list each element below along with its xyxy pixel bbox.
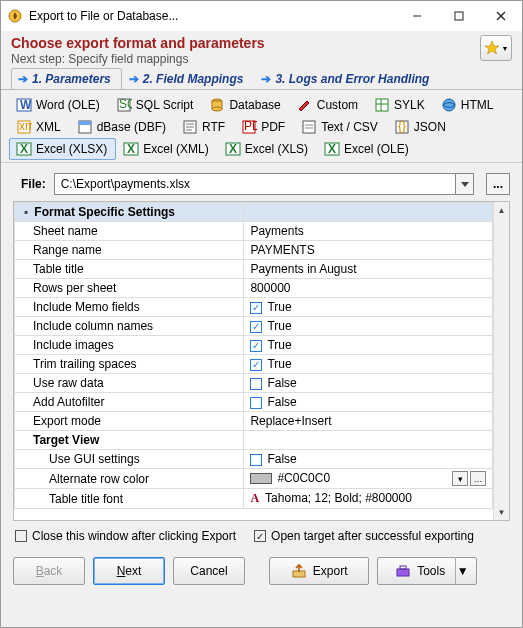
excel-icon: X: [225, 141, 241, 157]
file-row: File: ...: [1, 163, 522, 201]
close-after-export-checkbox[interactable]: Close this window after clicking Export: [15, 529, 236, 543]
format-selector: WWord (OLE) SQLSQL Script Database Custo…: [1, 90, 522, 163]
tab-label: 3. Logs and Error Handling: [275, 72, 429, 86]
prop-value[interactable]: ✓True: [244, 317, 493, 336]
row-include-columns[interactable]: Include column names✓True: [15, 317, 493, 336]
format-xlsx[interactable]: XExcel (XLSX): [9, 138, 116, 160]
tab-field-mappings[interactable]: ➔2. Field Mappings: [122, 68, 255, 89]
checkbox-icon[interactable]: ✓: [250, 321, 262, 333]
browse-button[interactable]: ...: [486, 173, 510, 195]
cancel-button[interactable]: Cancel: [173, 557, 245, 585]
format-custom[interactable]: Custom: [290, 94, 367, 116]
next-button[interactable]: Next: [93, 557, 165, 585]
prop-value[interactable]: Replace+Insert: [244, 412, 493, 431]
row-rows-per-sheet[interactable]: Rows per sheet800000: [15, 279, 493, 298]
tab-parameters[interactable]: ➔1. Parameters: [11, 68, 122, 89]
checkbox-icon: [15, 530, 27, 542]
prop-value[interactable]: False: [244, 393, 493, 412]
back-button[interactable]: Back: [13, 557, 85, 585]
row-sheet-name[interactable]: Sheet namePayments: [15, 222, 493, 241]
checkbox-icon[interactable]: [250, 378, 262, 390]
favorites-button[interactable]: ▼: [480, 35, 512, 61]
file-dropdown[interactable]: [456, 173, 474, 195]
export-button[interactable]: Export: [269, 557, 369, 585]
checkbox-label: Close this window after clicking Export: [32, 529, 236, 543]
prop-key: Table title: [15, 260, 244, 279]
prop-value[interactable]: Payments in August: [244, 260, 493, 279]
svg-marker-5: [485, 41, 499, 54]
btn-label: Cancel: [190, 564, 227, 578]
json-icon: {}: [394, 119, 410, 135]
format-json[interactable]: {}JSON: [387, 116, 455, 138]
prop-value[interactable]: PAYMENTS: [244, 241, 493, 260]
svg-text:X: X: [229, 142, 237, 156]
prop-value[interactable]: ✓True: [244, 336, 493, 355]
prop-value[interactable]: ATahoma; 12; Bold; #800000: [244, 489, 493, 509]
format-sylk[interactable]: SYLK: [367, 94, 434, 116]
format-dbase[interactable]: dBase (DBF): [70, 116, 175, 138]
format-label: Text / CSV: [321, 120, 378, 134]
checkbox-icon[interactable]: ✓: [250, 340, 262, 352]
format-sql[interactable]: SQLSQL Script: [109, 94, 203, 116]
section-header: Target View: [15, 431, 244, 450]
btn-rest: ext: [125, 564, 141, 578]
close-button[interactable]: [480, 1, 522, 31]
svg-rect-2: [455, 12, 463, 20]
format-csv[interactable]: Text / CSV: [294, 116, 387, 138]
arrow-icon: ➔: [129, 72, 139, 86]
row-include-memo[interactable]: Include Memo fields✓True: [15, 298, 493, 317]
checkbox-icon[interactable]: [250, 454, 262, 466]
export-icon: [291, 563, 307, 579]
format-label: dBase (DBF): [97, 120, 166, 134]
minimize-button[interactable]: [396, 1, 438, 31]
excel-icon: X: [324, 141, 340, 157]
prop-value[interactable]: 800000: [244, 279, 493, 298]
open-target-checkbox[interactable]: ✓Open target after successful exporting: [254, 529, 474, 543]
row-trim-spaces[interactable]: Trim trailing spaces✓True: [15, 355, 493, 374]
tools-button[interactable]: Tools▼: [377, 557, 477, 585]
toolbox-icon: [395, 563, 411, 579]
prop-value[interactable]: Payments: [244, 222, 493, 241]
tools-dropdown[interactable]: ▼: [455, 557, 469, 585]
scroll-down[interactable]: ▼: [494, 504, 509, 520]
prop-value[interactable]: False: [244, 374, 493, 393]
row-include-images[interactable]: Include images✓True: [15, 336, 493, 355]
prop-value[interactable]: ✓True: [244, 298, 493, 317]
dropdown-button[interactable]: ▾: [452, 471, 468, 486]
maximize-button[interactable]: [438, 1, 480, 31]
prop-value[interactable]: ▾…#C0C0C0: [244, 469, 493, 489]
svg-rect-13: [376, 99, 388, 111]
checkbox-icon[interactable]: ✓: [250, 359, 262, 371]
svg-text:W: W: [20, 98, 32, 112]
prop-value[interactable]: ✓True: [244, 355, 493, 374]
format-xml[interactable]: xmlXML: [9, 116, 70, 138]
row-alt-color[interactable]: Alternate row color▾…#C0C0C0: [15, 469, 493, 489]
scrollbar[interactable]: ▲ ▼: [493, 202, 509, 520]
file-input[interactable]: [54, 173, 456, 195]
ellipsis-button[interactable]: …: [470, 471, 486, 486]
svg-text:xml: xml: [19, 119, 32, 133]
format-excel-xml[interactable]: XExcel (XML): [116, 138, 217, 160]
row-table-title[interactable]: Table titlePayments in August: [15, 260, 493, 279]
rtf-icon: [182, 119, 198, 135]
prop-value[interactable]: False: [244, 450, 493, 469]
format-excel-ole[interactable]: XExcel (OLE): [317, 138, 418, 160]
format-rtf[interactable]: RTF: [175, 116, 234, 138]
checkbox-icon[interactable]: ✓: [250, 302, 262, 314]
prop-key: Include column names: [15, 317, 244, 336]
format-pdf[interactable]: PDFPDF: [234, 116, 294, 138]
format-label: PDF: [261, 120, 285, 134]
tab-logs[interactable]: ➔3. Logs and Error Handling: [254, 68, 440, 89]
row-raw-data[interactable]: Use raw dataFalse: [15, 374, 493, 393]
format-database[interactable]: Database: [202, 94, 289, 116]
checkbox-icon[interactable]: [250, 397, 262, 409]
row-export-mode[interactable]: Export modeReplace+Insert: [15, 412, 493, 431]
format-xls[interactable]: XExcel (XLS): [218, 138, 317, 160]
row-title-font[interactable]: Table title fontATahoma; 12; Bold; #8000…: [15, 489, 493, 509]
row-use-gui[interactable]: Use GUI settingsFalse: [15, 450, 493, 469]
scroll-up[interactable]: ▲: [494, 202, 509, 218]
format-html[interactable]: HTML: [434, 94, 503, 116]
row-range-name[interactable]: Range namePAYMENTS: [15, 241, 493, 260]
format-word[interactable]: WWord (OLE): [9, 94, 109, 116]
row-autofilter[interactable]: Add AutofilterFalse: [15, 393, 493, 412]
